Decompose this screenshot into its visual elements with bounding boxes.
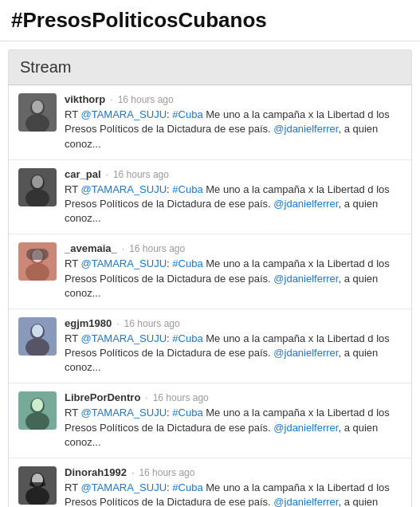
tweet-username[interactable]: _avemaia_ xyxy=(65,242,117,254)
tweet-hashtag[interactable]: #Cuba xyxy=(172,183,202,195)
tweet-username[interactable]: vikthorp xyxy=(65,93,105,105)
tweet-mention[interactable]: @jdanielferrer xyxy=(273,198,338,210)
avatar xyxy=(18,93,57,132)
avatar xyxy=(18,168,57,206)
tweet-mention[interactable]: @jdanielferrer xyxy=(273,273,338,285)
svg-point-3 xyxy=(32,100,43,113)
tweet-dot: · xyxy=(131,467,134,478)
tweet-time: 16 hours ago xyxy=(153,392,209,403)
tweet-mention[interactable]: @jdanielferrer xyxy=(273,496,338,507)
svg-point-16 xyxy=(32,324,43,337)
tweet-mention[interactable]: @TAMARA_SUJU xyxy=(80,481,167,493)
tweet-meta: vikthorp·16 hours ago xyxy=(65,93,402,105)
tweet-dot: · xyxy=(116,318,119,329)
tweet-dot: · xyxy=(122,243,124,254)
tweet-text-segment: RT xyxy=(65,257,80,269)
tweet-mention[interactable]: @TAMARA_SUJU xyxy=(80,407,167,419)
tweet-time: 16 hours ago xyxy=(124,318,180,329)
svg-point-7 xyxy=(32,175,43,188)
stream-title: Stream xyxy=(20,58,71,76)
tweet-text: RT @TAMARA_SUJU: #Cuba Me uno a la campa… xyxy=(65,332,402,375)
tweet-text: RT @TAMARA_SUJU: #Cuba Me uno a la campa… xyxy=(65,183,402,226)
tweet-text: RT @TAMARA_SUJU: #Cuba Me uno a la campa… xyxy=(65,108,402,151)
tweet-text-segment: RT xyxy=(65,481,80,493)
tweet-dot: · xyxy=(106,169,108,180)
tweet-mention[interactable]: @TAMARA_SUJU xyxy=(80,257,167,269)
tweet-content: LibrePorDentro·16 hours agoRT @TAMARA_SU… xyxy=(65,391,402,450)
stream-header: Stream xyxy=(9,50,411,85)
svg-rect-25 xyxy=(29,482,45,486)
tweet-username[interactable]: LibrePorDentro xyxy=(65,391,140,403)
tweet-content: _avemaia_·16 hours agoRT @TAMARA_SUJU: #… xyxy=(65,242,402,301)
tweet-hashtag[interactable]: #Cuba xyxy=(172,257,202,269)
tweet-mention[interactable]: @jdanielferrer xyxy=(273,422,338,434)
tweet-meta: _avemaia_·16 hours ago xyxy=(65,242,402,254)
tweet-hashtag[interactable]: #Cuba xyxy=(172,407,202,419)
tweet-meta: LibrePorDentro·16 hours ago xyxy=(65,391,402,403)
tweet-time: 16 hours ago xyxy=(118,94,174,105)
tweet-content: Dinorah1992·16 hours agoRT @TAMARA_SUJU:… xyxy=(65,466,402,507)
tweet-item: LibrePorDentro·16 hours agoRT @TAMARA_SU… xyxy=(9,383,411,458)
tweet-text: RT @TAMARA_SUJU: #Cuba Me uno a la campa… xyxy=(65,257,402,301)
tweet-item: vikthorp·16 hours agoRT @TAMARA_SUJU: #C… xyxy=(9,85,411,160)
tweet-username[interactable]: Dinorah1992 xyxy=(65,466,127,478)
tweet-meta: Dinorah1992·16 hours ago xyxy=(65,466,402,478)
tweet-meta: egjm1980·16 hours ago xyxy=(65,317,402,329)
tweet-text-segment: RT xyxy=(65,108,80,120)
tweet-content: egjm1980·16 hours agoRT @TAMARA_SUJU: #C… xyxy=(65,317,402,375)
tweet-mention[interactable]: @TAMARA_SUJU xyxy=(80,108,167,120)
tweet-text-segment: RT xyxy=(65,407,80,419)
avatar xyxy=(18,391,57,430)
tweet-item: Dinorah1992·16 hours agoRT @TAMARA_SUJU:… xyxy=(9,458,411,507)
tweet-item: _avemaia_·16 hours agoRT @TAMARA_SUJU: #… xyxy=(9,234,411,309)
page-header: #PresosPoliticosCubanos xyxy=(0,0,420,41)
tweet-hashtag[interactable]: #Cuba xyxy=(172,108,202,120)
avatar xyxy=(18,317,57,356)
tweet-dot: · xyxy=(145,392,147,403)
tweet-mention[interactable]: @jdanielferrer xyxy=(273,347,338,359)
tweet-text: RT @TAMARA_SUJU: #Cuba Me uno a la campa… xyxy=(65,406,402,450)
svg-point-20 xyxy=(32,399,43,411)
avatar xyxy=(18,466,57,505)
tweet-time: 16 hours ago xyxy=(129,243,185,254)
tweet-text-segment: RT xyxy=(65,183,80,195)
tweet-text: RT @TAMARA_SUJU: #Cuba Me uno a la campa… xyxy=(65,481,402,507)
tweet-mention[interactable]: @jdanielferrer xyxy=(273,123,338,135)
tweet-meta: car_pal·16 hours ago xyxy=(65,168,402,180)
tweet-content: vikthorp·16 hours agoRT @TAMARA_SUJU: #C… xyxy=(65,93,402,151)
stream-container: Stream vikthorp·16 hours agoRT @TAMARA_S… xyxy=(8,49,412,507)
tweet-dot: · xyxy=(110,94,112,105)
tweet-username[interactable]: car_pal xyxy=(65,168,101,180)
avatar xyxy=(18,242,57,281)
tweet-list: vikthorp·16 hours agoRT @TAMARA_SUJU: #C… xyxy=(9,85,411,507)
tweet-hashtag[interactable]: #Cuba xyxy=(172,481,202,493)
tweet-username[interactable]: egjm1980 xyxy=(65,317,112,329)
tweet-item: car_pal·16 hours agoRT @TAMARA_SUJU: #Cu… xyxy=(9,160,411,235)
tweet-content: car_pal·16 hours agoRT @TAMARA_SUJU: #Cu… xyxy=(65,168,402,226)
tweet-hashtag[interactable]: #Cuba xyxy=(172,332,202,344)
page-title: #PresosPoliticosCubanos xyxy=(11,8,409,33)
tweet-time: 16 hours ago xyxy=(139,467,194,478)
tweet-item: egjm1980·16 hours agoRT @TAMARA_SUJU: #C… xyxy=(9,309,411,384)
svg-rect-12 xyxy=(26,249,49,260)
tweet-mention[interactable]: @TAMARA_SUJU xyxy=(80,183,167,195)
tweet-time: 16 hours ago xyxy=(113,169,169,180)
tweet-text-segment: RT xyxy=(65,332,80,344)
tweet-mention[interactable]: @TAMARA_SUJU xyxy=(80,332,167,344)
